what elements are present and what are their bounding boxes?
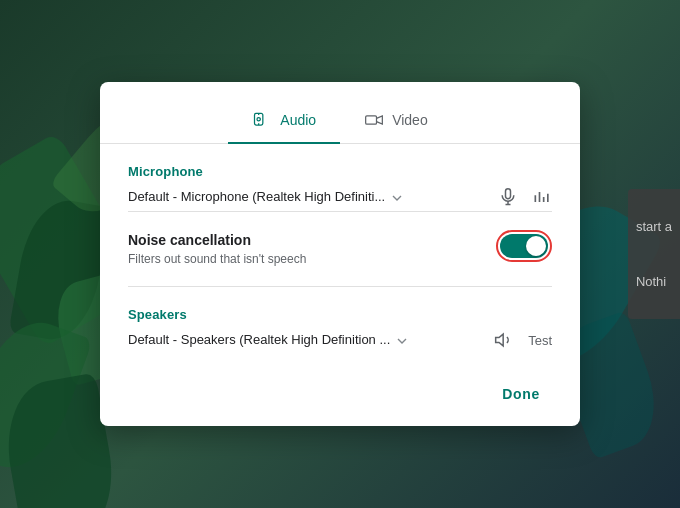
microphone-section-label: Microphone bbox=[128, 164, 552, 179]
svg-point-1 bbox=[257, 118, 260, 121]
noise-cancellation-row: Noise cancellation Filters out sound tha… bbox=[128, 232, 552, 287]
dialog-content: Microphone Default - Microphone (Realtek… bbox=[100, 144, 580, 370]
audio-levels-icon[interactable] bbox=[532, 187, 552, 207]
test-button[interactable]: Test bbox=[528, 333, 552, 348]
speakers-section: Speakers Default - Speakers (Realtek Hig… bbox=[128, 307, 552, 354]
speakers-controls: Test bbox=[494, 330, 552, 350]
noise-cancellation-title: Noise cancellation bbox=[128, 232, 480, 248]
tab-video[interactable]: Video bbox=[340, 98, 452, 144]
svg-rect-0 bbox=[255, 113, 263, 125]
dialog-footer: Done bbox=[100, 370, 580, 426]
noise-cancellation-text: Noise cancellation Filters out sound tha… bbox=[128, 232, 480, 266]
microphone-controls bbox=[498, 187, 552, 207]
video-tab-label: Video bbox=[392, 112, 428, 128]
tab-audio[interactable]: Audio bbox=[228, 98, 340, 144]
svg-rect-4 bbox=[366, 116, 377, 124]
noise-cancellation-toggle-wrapper bbox=[496, 230, 552, 262]
sidebar-hint-1: start a bbox=[636, 219, 672, 234]
speaker-icon bbox=[494, 330, 514, 350]
microphone-icon[interactable] bbox=[498, 187, 518, 207]
toggle-knob bbox=[526, 236, 546, 256]
noise-cancellation-description: Filters out sound that isn't speech bbox=[128, 252, 480, 266]
microphone-chevron-icon[interactable] bbox=[389, 188, 405, 205]
speakers-select[interactable]: Default - Speakers (Realtek High Definit… bbox=[128, 331, 410, 348]
microphone-select[interactable]: Default - Microphone (Realtek High Defin… bbox=[128, 188, 405, 205]
svg-marker-12 bbox=[496, 334, 504, 346]
speakers-device-row: Default - Speakers (Realtek High Definit… bbox=[128, 330, 552, 354]
noise-cancellation-toggle[interactable] bbox=[500, 234, 548, 258]
audio-tab-icon bbox=[252, 110, 272, 130]
tabs-container: Audio Video bbox=[100, 82, 580, 144]
speakers-chevron-icon[interactable] bbox=[394, 331, 410, 348]
microphone-device-name: Default - Microphone (Realtek High Defin… bbox=[128, 189, 385, 204]
done-button[interactable]: Done bbox=[490, 378, 552, 410]
test-label: Test bbox=[528, 333, 552, 348]
svg-rect-5 bbox=[506, 189, 511, 199]
sidebar-panel: start a Nothi bbox=[628, 189, 680, 319]
sidebar-hint-2: Nothi bbox=[636, 274, 672, 289]
microphone-device-row: Default - Microphone (Realtek High Defin… bbox=[128, 187, 552, 212]
video-tab-icon bbox=[364, 110, 384, 130]
speakers-device-name: Default - Speakers (Realtek High Definit… bbox=[128, 332, 390, 347]
speakers-section-label: Speakers bbox=[128, 307, 552, 322]
audio-settings-dialog: Audio Video Microphone Default - Microph… bbox=[100, 82, 580, 426]
audio-tab-label: Audio bbox=[280, 112, 316, 128]
